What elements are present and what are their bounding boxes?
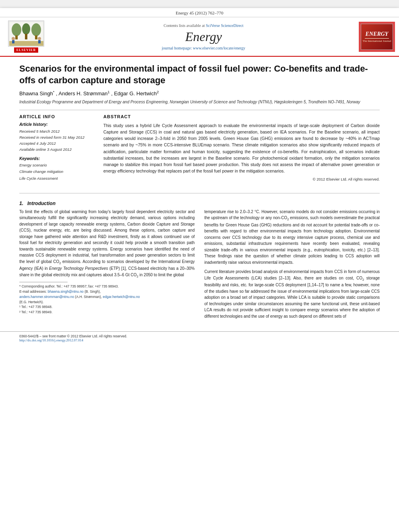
- svg-rect-3: [15, 35, 18, 39]
- article-info-col: ARTICLE INFO Article history: Received 5…: [19, 114, 94, 182]
- keyword-2: Climate change mitigation: [19, 168, 94, 175]
- footer-bar: 0360-5442/$ – see front matter © 2012 El…: [0, 331, 399, 345]
- keyword-3: Life Cycle Assessment: [19, 175, 94, 182]
- author-separator: , Anders H. Strømman: [56, 91, 108, 97]
- journal-header: ELSEVIER Contents lists available at Sci…: [0, 17, 399, 57]
- email-3[interactable]: edgar.hertwich@ntnu.no: [103, 295, 140, 299]
- intro-left-text: To limit the effects of global warming f…: [19, 209, 195, 279]
- footnote-email: E-mail addresses: bhawna.singh@ntnu.no (…: [19, 289, 195, 304]
- svg-point-2: [12, 23, 21, 36]
- authors-line: Bhawna Singh* , Anders H. Strømman1 , Ed…: [19, 90, 380, 97]
- elsevier-tree-image: [8, 21, 44, 47]
- author-name: Bhawna Singh: [19, 91, 53, 97]
- affiliation: Industrial Ecology Programme and Departm…: [19, 99, 380, 105]
- page: Energy 45 (2012) 762–770: [0, 8, 399, 532]
- keyword-1: Energy scenario: [19, 162, 94, 168]
- svg-rect-7: [35, 35, 37, 39]
- accepted-date: Accepted 4 July 2012: [19, 140, 94, 146]
- received-date: Received 5 March 2012: [19, 128, 94, 134]
- email1-name: (B. Singh),: [84, 290, 101, 294]
- svg-point-11: [38, 37, 41, 40]
- main-content: Scenarios for the environmental impact o…: [0, 57, 399, 190]
- journal-center: Contents lists available at SciVerse Sci…: [48, 23, 359, 50]
- body-columns: To limit the effects of global warming f…: [19, 209, 380, 320]
- citation-text: Energy 45 (2012) 762–770: [176, 10, 224, 15]
- body-left-col: To limit the effects of global warming f…: [19, 209, 195, 320]
- energy-logo-text: ENERGY: [366, 31, 389, 37]
- article-info-heading: ARTICLE INFO: [19, 114, 94, 119]
- sciverse-link[interactable]: SciVerse ScienceDirect: [206, 23, 244, 28]
- energy-logo-right: ENERGY The International Journal: [359, 22, 395, 52]
- journal-name: Energy: [56, 29, 351, 44]
- svg-point-4: [22, 23, 30, 35]
- intro-right-text-2: Current literature provides broad analys…: [204, 269, 380, 319]
- sciverse-text: Contents lists available at: [164, 23, 206, 28]
- footer-issn: 0360-5442/$ – see front matter © 2012 El…: [19, 334, 380, 338]
- abstract-heading: ABSTRACT: [103, 114, 380, 119]
- abstract-col: ABSTRACT This study uses a hybrid Life C…: [103, 114, 380, 182]
- sciverse-line: Contents lists available at SciVerse Sci…: [56, 23, 351, 28]
- elsevier-logo: ELSEVIER: [4, 21, 48, 53]
- elsevier-badge: ELSEVIER: [14, 47, 38, 53]
- article-info-abstract: ARTICLE INFO Article history: Received 5…: [19, 114, 380, 182]
- keywords-label: Keywords:: [19, 156, 94, 161]
- footnote-divider: [19, 282, 68, 282]
- body-right-col: temperature rise to 2.0–3.2 °C. However,…: [204, 209, 380, 320]
- content-divider: [19, 193, 380, 193]
- svg-rect-10: [12, 40, 14, 43]
- history-label: Article history:: [19, 122, 94, 127]
- header-divider: [19, 110, 380, 110]
- svg-point-6: [31, 23, 41, 36]
- footnote-corresponding: * Corresponding author. Tel.: +47 735 98…: [19, 284, 195, 289]
- intro-right-text-1: temperature rise to 2.0–3.2 °C. However,…: [204, 209, 380, 266]
- homepage-text: journal homepage:: [162, 46, 193, 50]
- copyright-line: © 2012 Elsevier Ltd. All rights reserved…: [103, 177, 380, 181]
- journal-homepage: journal homepage: www.elsevier.com/locat…: [56, 46, 351, 50]
- section-title-text: Introduction: [27, 201, 56, 206]
- section-number: 1.: [19, 201, 23, 206]
- available-date: Available online 3 August 2012: [19, 146, 94, 152]
- revised-date: Received in revised form 31 May 2012: [19, 134, 94, 140]
- article-title: Scenarios for the environmental impact o…: [19, 63, 380, 86]
- email-1[interactable]: bhawna.singh@ntnu.no: [47, 290, 83, 294]
- email-2[interactable]: anders.hammer.stromman@ntnu.no: [19, 295, 74, 299]
- body-content: 1. Introduction To limit the effects of …: [0, 197, 399, 328]
- svg-rect-5: [25, 34, 27, 39]
- footnote-2: ² Tel.: +47 735 98949.: [19, 310, 195, 315]
- email2-name: (A.H. Strømman),: [75, 295, 102, 299]
- email3-name: (E.G. Hertwich).: [19, 300, 43, 304]
- top-citation-bar: Energy 45 (2012) 762–770: [0, 8, 399, 17]
- svg-rect-12: [38, 40, 41, 43]
- author3: , Edgar G. Hertwich: [111, 91, 156, 97]
- abstract-body: This study uses a hybrid Life Cycle Asse…: [103, 122, 380, 175]
- footnote-1: ¹ Tel.: +47 735 98948.: [19, 304, 195, 310]
- energy-logo-subtext: The International Journal: [363, 39, 391, 43]
- footer-doi[interactable]: http://dx.doi.org/10.1016/j.energy.2012.…: [19, 338, 380, 342]
- intro-heading: 1. Introduction: [19, 201, 380, 206]
- homepage-url[interactable]: www.elsevier.com/locate/energy: [193, 46, 245, 50]
- svg-point-9: [12, 37, 15, 40]
